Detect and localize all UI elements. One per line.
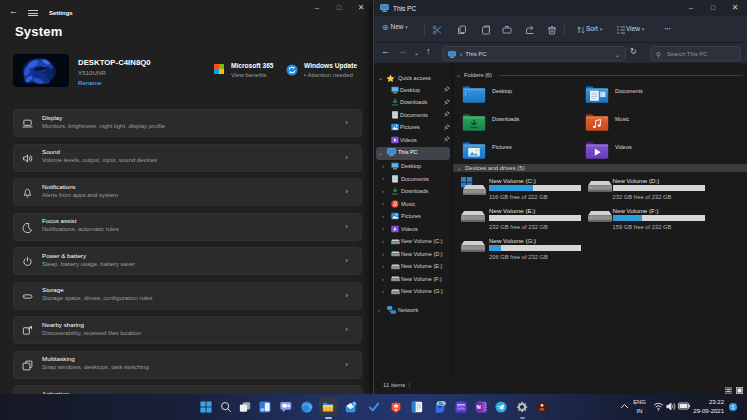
svg-text:ADOBE: ADOBE (457, 404, 465, 406)
svg-text:6: 6 (353, 402, 355, 406)
svg-text:N: N (476, 404, 480, 410)
svg-text:99+: 99+ (439, 402, 444, 406)
